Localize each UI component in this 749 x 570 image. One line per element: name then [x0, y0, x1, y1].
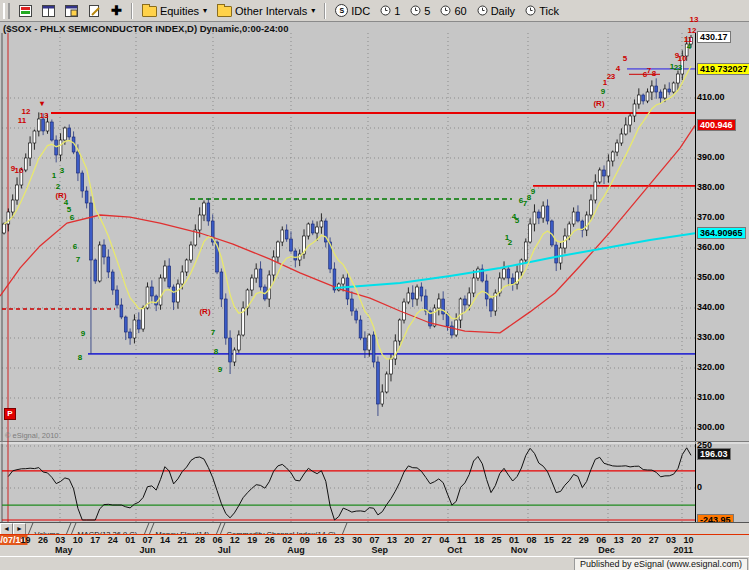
count-annotation: 7	[76, 256, 80, 264]
count-annotation: 7	[647, 67, 651, 75]
count-annotation: 12	[688, 27, 697, 35]
axis-label: 360.00	[697, 242, 725, 253]
count-annotation: 12	[22, 108, 31, 116]
count-annotation: 3	[611, 73, 615, 81]
count-annotation: ▾	[40, 100, 44, 108]
axis-label: 419.732027	[697, 63, 749, 75]
axis-label: 430.17	[697, 31, 731, 43]
axis-label: 0	[697, 482, 702, 493]
cci-line	[8, 448, 691, 520]
chart-title: ($SOX - PHLX SEMICONDUCTOR INDEX,D) Dyna…	[3, 23, 288, 34]
count-annotation: 5	[623, 55, 627, 63]
month-label: Jul	[218, 545, 231, 555]
count-annotation: 1	[52, 172, 56, 180]
axis-label: 340.00	[697, 302, 725, 313]
month-label: Jun	[140, 545, 156, 555]
axis-label: 364.90965	[697, 227, 746, 239]
axis-label: 320.00	[697, 362, 725, 373]
month-label: Aug	[287, 545, 305, 555]
chart-canvas[interactable]	[0, 0, 749, 570]
month-label: Sep	[371, 545, 388, 555]
count-annotation: 4	[687, 43, 691, 51]
axis-label: 370.00	[697, 212, 725, 223]
count-annotation: 8	[652, 70, 656, 78]
count-annotation: 8	[214, 348, 218, 356]
count-annotation: 3	[678, 64, 682, 72]
axis-label: 350.00	[697, 272, 725, 283]
count-annotation: 13	[690, 16, 699, 24]
month-label: Dec	[598, 545, 615, 555]
count-annotation: (R)	[199, 308, 210, 316]
axis-label: 330.00	[697, 332, 725, 343]
count-annotation: 8	[78, 354, 82, 362]
count-annotation: 7	[211, 329, 215, 337]
axis-label: 410.00	[697, 92, 725, 103]
axis-label: 380.00	[697, 182, 725, 193]
count-annotation: 4	[616, 65, 620, 73]
count-annotation: 11	[18, 117, 26, 125]
month-label: Oct	[447, 545, 462, 555]
period-marker: P	[4, 408, 16, 420]
month-label: May	[55, 545, 73, 555]
count-annotation: 9	[218, 366, 222, 374]
published-by-label: Published by eSignal (www.esignal.com)	[574, 558, 748, 570]
axis-label: 300.00	[697, 422, 725, 433]
count-annotation: 5	[515, 217, 519, 225]
count-annotation: 9	[531, 188, 535, 196]
count-annotation: 10	[678, 55, 687, 63]
esignal-chart-window: ✚Equities▾Other Intervals▾SIDC1560DailyT…	[0, 0, 749, 570]
count-annotation: 3	[60, 167, 64, 175]
count-annotation: 10	[15, 167, 24, 175]
axis-label: 400.946	[697, 119, 736, 131]
count-annotation: (R)	[593, 100, 604, 108]
count-annotation: 2	[508, 239, 512, 247]
count-annotation: 6	[70, 214, 74, 222]
count-annotation: 6	[73, 243, 77, 251]
count-annotation: 2	[56, 183, 60, 191]
status-bar: Published by eSignal (www.esignal.com)	[0, 556, 749, 570]
count-annotation: (R)	[55, 192, 66, 200]
axis-label: 390.00	[697, 152, 725, 163]
copyright-text: © eSignal, 2010	[5, 431, 58, 440]
yellow-moving-average	[4, 66, 691, 359]
count-annotation: 9	[601, 88, 605, 96]
month-label: 2011	[674, 545, 694, 555]
cyan-moving-average	[335, 233, 695, 288]
axis-label: 196.03	[697, 448, 731, 460]
axis-label: 310.00	[697, 392, 725, 403]
count-annotation: 13	[40, 112, 49, 120]
month-label: Nov	[511, 545, 528, 555]
count-annotation: 9	[81, 330, 85, 338]
